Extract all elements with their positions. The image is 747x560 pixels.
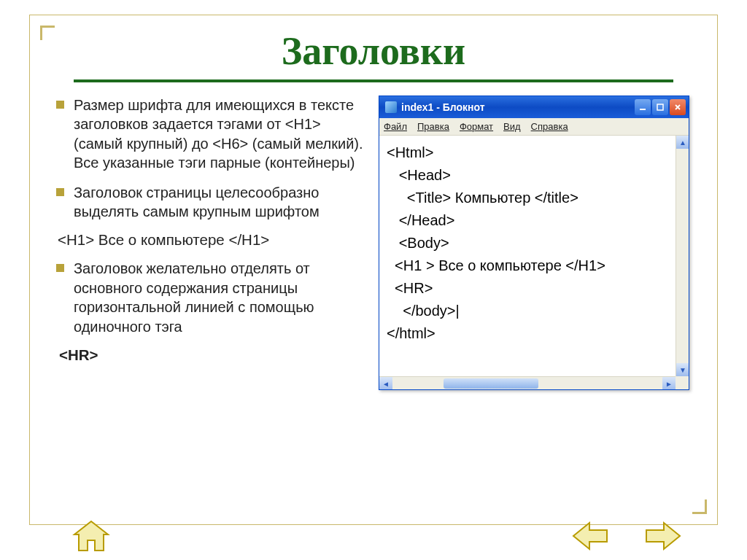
bullet-list: Заголовок желательно отделять от основно…: [56, 259, 364, 336]
svg-rect-1: [657, 104, 663, 110]
horizontal-scrollbar[interactable]: ◄ ►: [379, 376, 676, 389]
window-buttons: [635, 99, 686, 115]
close-button[interactable]: [670, 99, 686, 115]
scroll-up-arrow[interactable]: ▲: [676, 136, 689, 149]
app-icon: [385, 101, 397, 113]
maximize-button[interactable]: [652, 99, 668, 115]
svg-marker-2: [74, 521, 108, 551]
window-title: index1 - Блокнот: [401, 101, 630, 113]
scroll-track[interactable]: [676, 149, 689, 363]
svg-marker-3: [573, 523, 607, 549]
next-button[interactable]: [640, 516, 686, 556]
bullet-list-column: Размер шрифта для имеющихся в тексте заг…: [56, 96, 364, 390]
menu-help[interactable]: Справка: [531, 121, 568, 132]
menu-file[interactable]: Файл: [384, 121, 407, 132]
scroll-down-arrow[interactable]: ▼: [676, 363, 689, 376]
window-titlebar[interactable]: index1 - Блокнот: [379, 96, 689, 118]
code-example-line: <H1> Все о компьютере </H1>: [58, 231, 364, 249]
minimize-button[interactable]: [635, 99, 651, 115]
bullet-list: Размер шрифта для имеющихся в тексте заг…: [56, 96, 364, 221]
editor-content: <Html> <Head> <Title> Компьютер </title>…: [387, 141, 686, 345]
menu-bar: Файл Правка Формат Вид Справка: [379, 118, 689, 136]
content-area: Размер шрифта для имеющихся в тексте заг…: [30, 96, 717, 390]
home-button[interactable]: [69, 516, 114, 556]
menu-view[interactable]: Вид: [503, 121, 521, 132]
scroll-thumb[interactable]: [444, 378, 538, 389]
scroll-right-arrow[interactable]: ►: [662, 377, 676, 389]
svg-marker-4: [646, 523, 680, 549]
prev-button[interactable]: [568, 516, 613, 556]
bullet-item: Заголовок страницы целесообразно выделят…: [56, 183, 364, 222]
scroll-left-arrow[interactable]: ◄: [379, 377, 392, 389]
hr-tag-label: <HR>: [59, 346, 364, 364]
svg-rect-0: [640, 109, 646, 110]
vertical-scrollbar[interactable]: ▲ ▼: [676, 136, 689, 376]
editor-area[interactable]: <Html> <Head> <Title> Компьютер </title>…: [379, 136, 689, 389]
menu-edit[interactable]: Правка: [417, 121, 449, 132]
bullet-item: Заголовок желательно отделять от основно…: [56, 259, 364, 336]
scroll-corner: [676, 376, 689, 389]
scroll-track[interactable]: [392, 377, 662, 389]
title-underline: [74, 79, 673, 82]
screenshot-column: index1 - Блокнот Файл: [379, 96, 700, 390]
menu-format[interactable]: Формат: [460, 121, 493, 132]
bullet-item: Размер шрифта для имеющихся в тексте заг…: [56, 96, 364, 173]
corner-decoration: [40, 26, 55, 40]
corner-decoration: [692, 499, 707, 514]
slide-frame: Заголовки Размер шрифта для имеющихся в …: [29, 15, 718, 525]
slide-title: Заголовки: [30, 15, 717, 79]
notepad-window: index1 - Блокнот Файл: [379, 96, 689, 390]
